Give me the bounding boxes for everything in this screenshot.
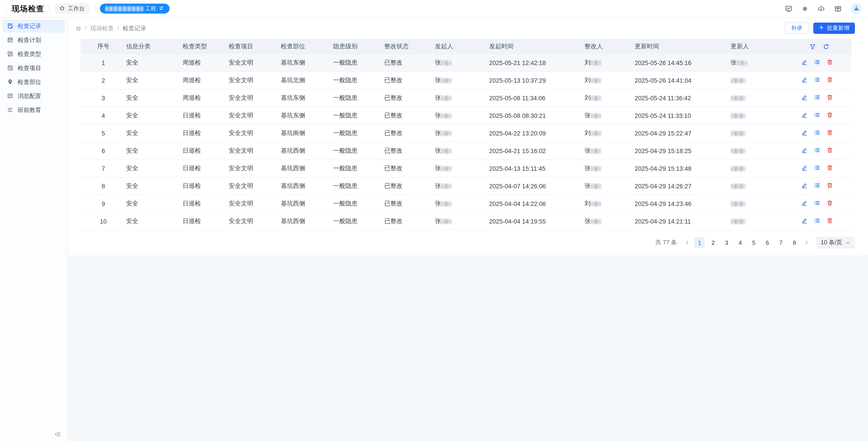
name-text: 张 bbox=[585, 182, 591, 189]
batch-add-button[interactable]: 批量新增 bbox=[813, 23, 855, 34]
delete-button[interactable] bbox=[827, 182, 833, 190]
cell-check_item: 安全文明 bbox=[229, 212, 281, 230]
filter-funnel-icon[interactable] bbox=[809, 43, 816, 50]
masked-text bbox=[441, 166, 451, 171]
page-number-7[interactable]: 7 bbox=[776, 237, 786, 248]
table-row: 9安全日巡检安全文明基坑西侧一般隐患已整改张2025-04-04 14:22:0… bbox=[81, 195, 851, 212]
cell-actions bbox=[796, 160, 851, 177]
detail-button[interactable] bbox=[814, 76, 820, 84]
masked-text bbox=[731, 78, 745, 83]
project-switcher[interactable]: 工程 bbox=[100, 4, 169, 13]
edit-button[interactable] bbox=[801, 147, 808, 155]
header-right bbox=[785, 3, 862, 14]
cell-location: 基坑西侧 bbox=[281, 142, 333, 160]
edit-button[interactable] bbox=[801, 217, 808, 225]
detail-button[interactable] bbox=[814, 147, 820, 155]
name-text: 张 bbox=[435, 130, 441, 136]
page-number-6[interactable]: 6 bbox=[762, 237, 773, 248]
docs-book-icon[interactable] bbox=[834, 5, 842, 12]
sidebar-item-7[interactable]: 班前教育 bbox=[3, 103, 65, 116]
sidebar-item-3[interactable]: 检查类型 bbox=[3, 47, 65, 61]
edit-button[interactable] bbox=[801, 200, 808, 208]
cell-check_item: 安全文明 bbox=[229, 107, 281, 125]
sidebar-item-5[interactable]: 检查部位 bbox=[3, 75, 65, 89]
masked-text bbox=[591, 201, 600, 206]
cell-seq: 5 bbox=[81, 125, 126, 142]
edit-button[interactable] bbox=[801, 164, 808, 172]
detail-button[interactable] bbox=[814, 200, 820, 208]
detail-button[interactable] bbox=[814, 94, 820, 102]
workbench-button[interactable]: 工作台 bbox=[55, 3, 89, 14]
delete-button[interactable] bbox=[827, 147, 833, 155]
doc-search-icon bbox=[7, 65, 13, 71]
detail-button[interactable] bbox=[814, 217, 820, 225]
next-page-icon[interactable] bbox=[803, 240, 811, 245]
page-number-8[interactable]: 8 bbox=[789, 237, 800, 248]
breadcrumb-home-icon[interactable] bbox=[75, 25, 81, 31]
trash-icon bbox=[827, 200, 833, 208]
sidebar-item-1[interactable]: 检查记录 bbox=[3, 20, 65, 33]
delete-button[interactable] bbox=[827, 111, 833, 120]
edit-button[interactable] bbox=[801, 76, 808, 84]
cell-seq: 2 bbox=[81, 72, 126, 89]
cell-actions bbox=[796, 107, 851, 125]
pencil-icon bbox=[801, 76, 808, 84]
breadcrumb-separator: / bbox=[117, 25, 119, 32]
refresh-icon[interactable] bbox=[823, 43, 830, 50]
delete-button[interactable] bbox=[827, 164, 833, 172]
column-header: 检查项目 bbox=[229, 39, 281, 54]
delete-button[interactable] bbox=[827, 76, 833, 84]
column-header: 更新人 bbox=[731, 39, 796, 54]
edit-button[interactable] bbox=[801, 94, 808, 102]
page-number-4[interactable]: 4 bbox=[735, 237, 746, 248]
message-icon bbox=[7, 93, 13, 99]
detail-button[interactable] bbox=[814, 182, 820, 190]
masked-text bbox=[591, 219, 600, 224]
cell-category: 安全 bbox=[126, 54, 183, 72]
page-number-3[interactable]: 3 bbox=[721, 237, 732, 248]
cell-rectifier: 张 bbox=[585, 142, 635, 160]
detail-button[interactable] bbox=[814, 129, 820, 137]
detail-button[interactable] bbox=[814, 59, 820, 67]
settings-gear-icon[interactable] bbox=[802, 5, 808, 12]
cell-category: 安全 bbox=[126, 125, 183, 142]
cell-initiator: 张 bbox=[435, 125, 489, 142]
pencil-icon bbox=[801, 164, 808, 172]
cell-category: 安全 bbox=[126, 89, 183, 107]
sidebar-item-4[interactable]: 检查项目 bbox=[3, 61, 65, 74]
name-text: 张 bbox=[435, 59, 441, 66]
user-avatar[interactable] bbox=[851, 3, 862, 14]
cell-location: 基坑东侧 bbox=[281, 54, 333, 72]
sidebar-item-6[interactable]: 消息配置 bbox=[3, 90, 65, 103]
header-left: 现场检查 工作台 工程 bbox=[6, 3, 169, 14]
page-size-select[interactable]: 10 条/页 bbox=[816, 237, 855, 248]
page-number-5[interactable]: 5 bbox=[748, 237, 759, 248]
edit-button[interactable] bbox=[801, 129, 808, 137]
dashboard-icon[interactable] bbox=[785, 5, 793, 12]
cell-level: 一般隐患 bbox=[333, 125, 384, 142]
breadcrumb-item[interactable]: 现场检查 bbox=[90, 24, 114, 32]
delete-button[interactable] bbox=[827, 59, 833, 67]
edit-button[interactable] bbox=[801, 111, 808, 120]
content-card: / 现场检查 / 检查记录 补录 批量新增 bbox=[68, 18, 868, 256]
table-row: 10安全日巡检安全文明基坑西侧一般隐患已整改张2025-04-04 14:19:… bbox=[81, 212, 851, 230]
edit-button[interactable] bbox=[801, 59, 808, 67]
delete-button[interactable] bbox=[827, 94, 833, 102]
sidebar-item-2[interactable]: 检查计划 bbox=[3, 33, 65, 46]
collapse-sidebar-icon[interactable] bbox=[54, 431, 61, 438]
trash-icon bbox=[827, 94, 833, 102]
delete-button[interactable] bbox=[827, 217, 833, 225]
page-number-1[interactable]: 1 bbox=[694, 237, 705, 248]
edit-button[interactable] bbox=[801, 182, 808, 190]
detail-button[interactable] bbox=[814, 164, 820, 172]
page-number-2[interactable]: 2 bbox=[708, 237, 719, 248]
prev-page-icon[interactable] bbox=[683, 240, 691, 245]
delete-button[interactable] bbox=[827, 200, 833, 208]
detail-button[interactable] bbox=[814, 111, 820, 120]
cell-check_type: 日巡检 bbox=[183, 142, 229, 160]
cell-updater bbox=[731, 89, 796, 107]
cell-location: 基坑南侧 bbox=[281, 125, 333, 142]
delete-button[interactable] bbox=[827, 129, 833, 137]
supplement-button[interactable]: 补录 bbox=[785, 23, 809, 34]
cloud-download-icon[interactable] bbox=[817, 5, 825, 12]
